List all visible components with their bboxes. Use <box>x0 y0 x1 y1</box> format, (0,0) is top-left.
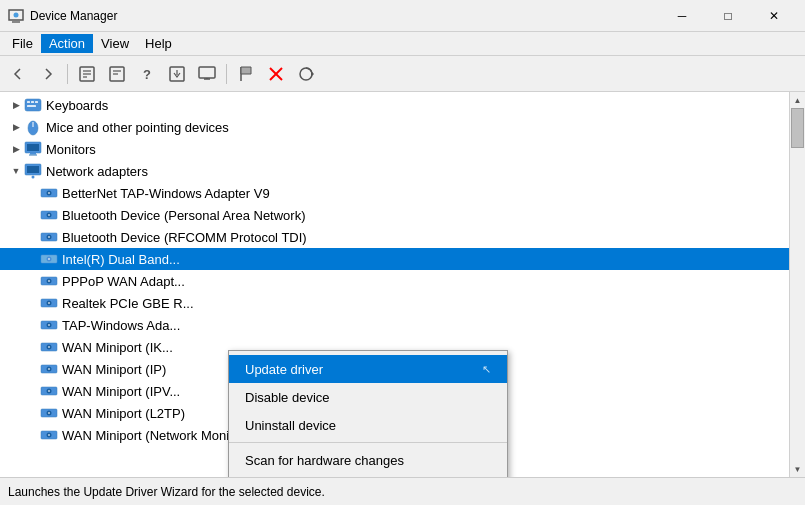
tree-item-monitors[interactable]: ▶ Monitors <box>0 138 789 160</box>
tap-label: TAP-Windows Ada... <box>62 318 180 333</box>
keyboards-label: Keyboards <box>46 98 108 113</box>
svg-point-57 <box>48 346 50 348</box>
toolbar-device-properties[interactable] <box>103 60 131 88</box>
tree-item-mice[interactable]: ▶ Mice and other pointing devices <box>0 116 789 138</box>
tree-item-tap[interactable]: TAP-Windows Ada... <box>0 314 789 336</box>
adapter-icon-5 <box>40 272 58 290</box>
ctx-sep-1 <box>229 442 507 443</box>
svg-point-54 <box>48 324 50 326</box>
svg-point-45 <box>48 258 50 260</box>
svg-marker-19 <box>311 71 314 77</box>
svg-rect-21 <box>27 101 30 103</box>
menu-action[interactable]: Action <box>41 34 93 53</box>
intel-label: Intel(R) Dual Band... <box>62 252 180 267</box>
adapter-icon-1 <box>40 184 58 202</box>
ctx-uninstall-device[interactable]: Uninstall device <box>229 411 507 439</box>
no-expand-12 <box>24 427 40 443</box>
minimize-button[interactable]: ─ <box>659 0 705 32</box>
toolbar-monitor[interactable] <box>193 60 221 88</box>
tree-item-network[interactable]: ▼ Network adapters <box>0 160 789 182</box>
scroll-down[interactable]: ▼ <box>790 461 806 477</box>
svg-text:?: ? <box>143 67 151 82</box>
svg-point-66 <box>48 412 50 414</box>
toolbar-sep-1 <box>67 64 68 84</box>
expand-monitors[interactable]: ▶ <box>8 141 24 157</box>
menu-file[interactable]: File <box>4 34 41 53</box>
toolbar-flag[interactable] <box>232 60 260 88</box>
tree-item-keyboards[interactable]: ▶ Keyboards <box>0 94 789 116</box>
expand-mice[interactable]: ▶ <box>8 119 24 135</box>
svg-rect-30 <box>29 155 37 156</box>
svg-point-39 <box>48 214 50 216</box>
tree-item-intel[interactable]: Intel(R) Dual Band... <box>0 248 789 270</box>
svg-rect-28 <box>27 144 39 151</box>
toolbar-scan[interactable] <box>292 60 320 88</box>
ctx-update-driver[interactable]: Update driver ↖ <box>229 355 507 383</box>
ctx-scan-label: Scan for hardware changes <box>245 453 404 468</box>
tree-item-bluetooth2[interactable]: Bluetooth Device (RFCOMM Protocol TDI) <box>0 226 789 248</box>
wan-nm-label: WAN Miniport (Network Monitor) <box>62 428 249 443</box>
no-expand-11 <box>24 405 40 421</box>
tree-item-realtek[interactable]: Realtek PCIe GBE R... <box>0 292 789 314</box>
toolbar-properties[interactable] <box>73 60 101 88</box>
svg-rect-29 <box>30 153 36 155</box>
svg-point-42 <box>48 236 50 238</box>
adapter-icon-4 <box>40 250 58 268</box>
main-content: ▶ Keyboards ▶ Mice and other pointing de… <box>0 92 805 477</box>
no-expand-10 <box>24 383 40 399</box>
tree-item-betternet[interactable]: BetterNet TAP-Windows Adapter V9 <box>0 182 789 204</box>
svg-point-60 <box>48 368 50 370</box>
menu-view[interactable]: View <box>93 34 137 53</box>
wan-l2tp-label: WAN Miniport (L2TP) <box>62 406 185 421</box>
adapter-icon-2 <box>40 206 58 224</box>
wan-ip-label: WAN Miniport (IP) <box>62 362 166 377</box>
scroll-track[interactable] <box>790 108 805 461</box>
ctx-disable-device[interactable]: Disable device <box>229 383 507 411</box>
toolbar-forward[interactable] <box>34 60 62 88</box>
monitors-label: Monitors <box>46 142 96 157</box>
scroll-thumb[interactable] <box>791 108 804 148</box>
close-button[interactable]: ✕ <box>751 0 797 32</box>
svg-rect-24 <box>27 105 36 107</box>
svg-rect-1 <box>12 21 20 23</box>
network-label: Network adapters <box>46 164 148 179</box>
no-expand-3 <box>24 229 40 245</box>
no-expand-1 <box>24 185 40 201</box>
svg-point-36 <box>48 192 50 194</box>
toolbar-help[interactable]: ? <box>133 60 161 88</box>
toolbar: ? <box>0 56 805 92</box>
status-bar: Launches the Update Driver Wizard for th… <box>0 477 805 505</box>
ctx-disable-label: Disable device <box>245 390 330 405</box>
bluetooth2-label: Bluetooth Device (RFCOMM Protocol TDI) <box>62 230 307 245</box>
context-menu: Update driver ↖ Disable device Uninstall… <box>228 350 508 477</box>
toolbar-uninstall[interactable] <box>262 60 290 88</box>
adapter-icon-11 <box>40 404 58 422</box>
toolbar-back[interactable] <box>4 60 32 88</box>
tree-item-bluetooth1[interactable]: Bluetooth Device (Personal Area Network) <box>0 204 789 226</box>
svg-rect-32 <box>27 166 39 173</box>
svg-point-48 <box>48 280 50 282</box>
adapter-icon-7 <box>40 316 58 334</box>
scroll-up[interactable]: ▲ <box>790 92 806 108</box>
adapter-icon-12 <box>40 426 58 444</box>
svg-point-33 <box>32 176 35 179</box>
ctx-update-driver-label: Update driver <box>245 362 323 377</box>
scrollbar[interactable]: ▲ ▼ <box>789 92 805 477</box>
maximize-button[interactable]: □ <box>705 0 751 32</box>
adapter-icon-3 <box>40 228 58 246</box>
tree-item-pppop[interactable]: PPPoP WAN Adapt... <box>0 270 789 292</box>
adapter-icon-6 <box>40 294 58 312</box>
adapter-icon-8 <box>40 338 58 356</box>
svg-point-2 <box>14 12 19 17</box>
pppop-label: PPPoP WAN Adapt... <box>62 274 185 289</box>
toolbar-update-driver[interactable] <box>163 60 191 88</box>
no-expand-6 <box>24 295 40 311</box>
menu-help[interactable]: Help <box>137 34 180 53</box>
no-expand-9 <box>24 361 40 377</box>
network-icon <box>24 162 42 180</box>
expand-keyboards[interactable]: ▶ <box>8 97 24 113</box>
expand-network[interactable]: ▼ <box>8 163 24 179</box>
mouse-icon <box>24 118 42 136</box>
app-icon <box>8 8 24 24</box>
ctx-scan-hardware[interactable]: Scan for hardware changes <box>229 446 507 474</box>
